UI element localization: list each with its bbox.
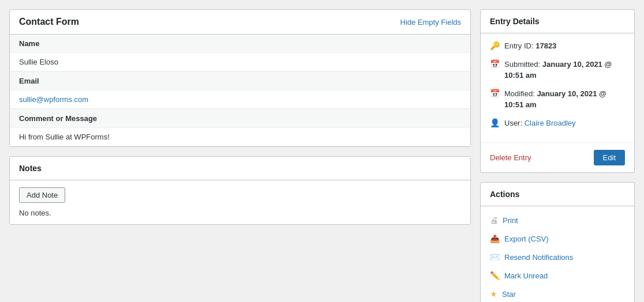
user-link[interactable]: Claire Broadley bbox=[525, 119, 576, 127]
key-icon: 🔑 bbox=[490, 41, 500, 50]
sidebar-column: Entry Details 🔑 Entry ID: 17823 📅 Submit… bbox=[480, 9, 635, 302]
email-value: sullie@wpforms.com bbox=[10, 90, 470, 109]
modified-row: 📅 Modified: January 10, 2021 @ 10:51 am bbox=[490, 88, 625, 111]
entry-details-body: 🔑 Entry ID: 17823 📅 Submitted: January 1… bbox=[481, 33, 634, 142]
entry-actions-row: Delete Entry Edit bbox=[481, 142, 634, 172]
actions-title: Actions bbox=[490, 190, 519, 199]
action-star[interactable]: ★ Star bbox=[481, 285, 634, 302]
actions-body: 🖨 Print 📤 Export (CSV) ✉️ Resend Notific… bbox=[481, 206, 634, 302]
user-row: 👤 User: Claire Broadley bbox=[490, 118, 625, 129]
name-field-group: Name Sullie Eloso bbox=[10, 35, 470, 72]
star-link[interactable]: Star bbox=[502, 290, 516, 299]
user-icon: 👤 bbox=[490, 118, 500, 127]
action-mark-unread[interactable]: ✏️ Mark Unread bbox=[481, 266, 634, 285]
submitted-text: Submitted: January 10, 2021 @ 10:51 am bbox=[504, 59, 625, 81]
hide-empty-fields-link[interactable]: Hide Empty Fields bbox=[400, 18, 461, 27]
email-link[interactable]: sullie@wpforms.com bbox=[19, 95, 88, 104]
contact-form-title: Contact Form bbox=[19, 17, 79, 27]
main-column: Contact Form Hide Empty Fields Name Sull… bbox=[9, 9, 471, 302]
entry-details-header: Entry Details bbox=[481, 10, 634, 33]
notes-content: Add Note No notes. bbox=[10, 180, 470, 224]
submitted-row: 📅 Submitted: January 10, 2021 @ 10:51 am bbox=[490, 59, 625, 81]
action-resend-notifications[interactable]: ✉️ Resend Notifications bbox=[481, 248, 634, 266]
star-icon: ★ bbox=[490, 289, 497, 299]
entry-details-card: Entry Details 🔑 Entry ID: 17823 📅 Submit… bbox=[480, 9, 635, 173]
entry-id-row: 🔑 Entry ID: 17823 bbox=[490, 40, 625, 52]
no-notes-text: No notes. bbox=[19, 209, 461, 217]
calendar-modified-icon: 📅 bbox=[490, 89, 500, 98]
export-icon: 📤 bbox=[490, 234, 500, 243]
action-print[interactable]: 🖨 Print bbox=[481, 211, 634, 229]
mark-unread-link[interactable]: Mark Unread bbox=[504, 271, 548, 280]
notes-header: Notes bbox=[10, 157, 470, 180]
add-note-button[interactable]: Add Note bbox=[19, 187, 65, 203]
export-csv-link[interactable]: Export (CSV) bbox=[504, 235, 549, 243]
contact-form-card: Contact Form Hide Empty Fields Name Sull… bbox=[9, 9, 471, 147]
delete-entry-link[interactable]: Delete Entry bbox=[490, 153, 531, 162]
notes-title: Notes bbox=[19, 164, 42, 173]
email-icon: ✉️ bbox=[490, 252, 500, 262]
action-export-csv[interactable]: 📤 Export (CSV) bbox=[481, 229, 634, 248]
resend-notifications-link[interactable]: Resend Notifications bbox=[504, 253, 573, 262]
entry-details-title: Entry Details bbox=[490, 17, 540, 26]
modified-text: Modified: January 10, 2021 @ 10:51 am bbox=[504, 88, 625, 111]
actions-header: Actions bbox=[481, 183, 634, 206]
message-label: Comment or Message bbox=[10, 110, 470, 128]
print-icon: 🖨 bbox=[490, 216, 498, 225]
message-value: Hi from Sullie at WPForms! bbox=[10, 128, 470, 146]
calendar-icon: 📅 bbox=[490, 59, 500, 69]
contact-form-header: Contact Form Hide Empty Fields bbox=[10, 10, 470, 35]
entry-id-text: Entry ID: 17823 bbox=[504, 40, 556, 52]
actions-card: Actions 🖨 Print 📤 Export (CSV) ✉️ Resend… bbox=[480, 182, 635, 302]
name-label: Name bbox=[10, 35, 470, 53]
print-link[interactable]: Print bbox=[503, 216, 518, 225]
email-label: Email bbox=[10, 72, 470, 90]
notes-card: Notes Add Note No notes. bbox=[9, 156, 471, 225]
email-field-group: Email sullie@wpforms.com bbox=[10, 72, 470, 110]
name-value: Sullie Eloso bbox=[10, 53, 470, 71]
pencil-icon: ✏️ bbox=[490, 271, 500, 280]
edit-button[interactable]: Edit bbox=[594, 150, 625, 165]
user-text: User: Claire Broadley bbox=[504, 118, 576, 129]
message-field-group: Comment or Message Hi from Sullie at WPF… bbox=[10, 110, 470, 146]
